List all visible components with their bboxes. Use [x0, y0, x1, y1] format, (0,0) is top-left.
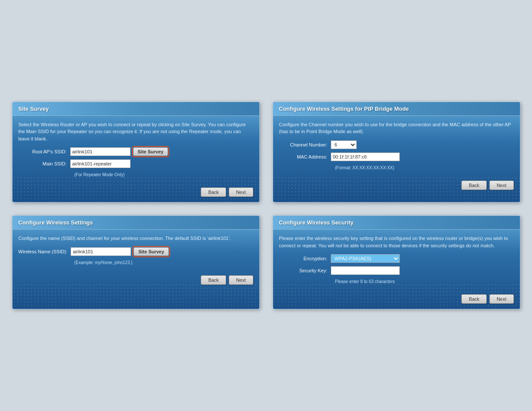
- ptp-bridge-title: Configure Wireless Settings for PtP Brid…: [279, 106, 409, 112]
- mac-hint: (Format: XX:XX:XX:XX:XX:XX): [335, 165, 514, 171]
- site-survey-button-1[interactable]: Site Survey: [133, 147, 168, 156]
- encryption-select[interactable]: WPA2-PSK(AES) WPA-PSK(TKIP) WEP None: [331, 254, 400, 263]
- dots-bg-3: [12, 283, 259, 309]
- site-survey-button-2[interactable]: Site Survey: [134, 247, 169, 256]
- site-survey-title: Site Survey: [19, 106, 49, 112]
- ptp-bridge-footer: Back Next: [273, 177, 520, 190]
- channel-label: Channel Number:: [279, 141, 331, 149]
- root-ap-input[interactable]: [70, 147, 131, 156]
- wireless-security-next-btn[interactable]: Next: [489, 294, 514, 304]
- wireless-security-title: Configure Wireless Security: [279, 219, 354, 226]
- site-survey-footer: Back Next: [12, 184, 259, 197]
- wireless-security-desc: Please enter the wireless security key s…: [279, 235, 514, 249]
- main-ssid-row: Main SSID:: [19, 159, 253, 168]
- site-survey-body: Select the Wireless Router or AP you wis…: [12, 116, 259, 184]
- ptp-bridge-next-btn[interactable]: Next: [489, 181, 514, 190]
- configure-wireless-desc: Configure the name (SSID) and channel fo…: [19, 235, 253, 242]
- main-container: Site Survey Select the Wireless Router o…: [12, 84, 520, 327]
- encryption-row: Encryption: WPA2-PSK(AES) WPA-PSK(TKIP) …: [279, 254, 514, 263]
- ptp-bridge-body: Configure the Channel number you wish to…: [273, 116, 520, 177]
- site-survey-next-btn[interactable]: Next: [229, 187, 253, 197]
- wireless-security-footer: Back Next: [273, 291, 520, 304]
- main-ssid-hint: (For Repeater Mode Only): [75, 171, 253, 178]
- configure-wireless-footer: Back Next: [12, 272, 259, 285]
- ptp-bridge-header: Configure Wireless Settings for PtP Brid…: [273, 102, 520, 116]
- security-key-input[interactable]: [331, 266, 400, 275]
- configure-wireless-body: Configure the name (SSID) and channel fo…: [12, 230, 259, 272]
- root-ap-row: Root AP's SSID: Site Survey: [19, 147, 253, 156]
- mac-label: MAC Address:: [279, 153, 331, 161]
- channel-row: Channel Number: 6 1 2 3 4 5 7 11: [279, 140, 514, 149]
- site-survey-panel: Site Survey Select the Wireless Router o…: [12, 102, 260, 203]
- configure-wireless-next-btn[interactable]: Next: [229, 275, 253, 285]
- root-ap-label: Root AP's SSID:: [19, 148, 70, 156]
- wireless-security-panel: Configure Wireless Security Please enter…: [273, 215, 520, 309]
- wireless-security-body: Please enter the wireless security key s…: [273, 230, 520, 291]
- wireless-security-back-btn[interactable]: Back: [461, 294, 486, 304]
- ptp-bridge-back-btn[interactable]: Back: [461, 181, 486, 190]
- main-ssid-input[interactable]: [70, 159, 131, 168]
- configure-wireless-header: Configure Wireless Settings: [12, 216, 259, 230]
- ptp-bridge-desc: Configure the Channel number you wish to…: [279, 121, 514, 135]
- wireless-security-header: Configure Wireless Security: [273, 216, 520, 230]
- security-key-row: Security Key:: [279, 266, 514, 275]
- configure-wireless-back-btn[interactable]: Back: [201, 275, 226, 285]
- mac-row: MAC Address:: [279, 153, 514, 161]
- security-hint: Please enter 8 to 63 characters: [335, 278, 514, 285]
- mac-input[interactable]: [331, 153, 400, 161]
- configure-wireless-panel: Configure Wireless Settings Configure th…: [12, 215, 260, 309]
- wireless-name-input[interactable]: [71, 247, 131, 256]
- wireless-name-row: Wireless Name (SSID): Site Survey: [19, 247, 253, 256]
- configure-wireless-title: Configure Wireless Settings: [19, 219, 93, 226]
- site-survey-back-btn[interactable]: Back: [201, 187, 226, 197]
- site-survey-desc: Select the Wireless Router or AP you wis…: [19, 121, 253, 143]
- site-survey-header: Site Survey: [12, 102, 259, 116]
- wireless-name-label: Wireless Name (SSID):: [19, 248, 71, 255]
- encryption-label: Encryption:: [279, 255, 331, 262]
- channel-select[interactable]: 6 1 2 3 4 5 7 11: [331, 140, 357, 149]
- wireless-name-hint: (Example: myHome, john123.): [75, 259, 253, 266]
- security-key-label: Security Key:: [279, 267, 331, 274]
- main-ssid-label: Main SSID:: [19, 160, 70, 168]
- ptp-bridge-panel: Configure Wireless Settings for PtP Brid…: [273, 102, 520, 203]
